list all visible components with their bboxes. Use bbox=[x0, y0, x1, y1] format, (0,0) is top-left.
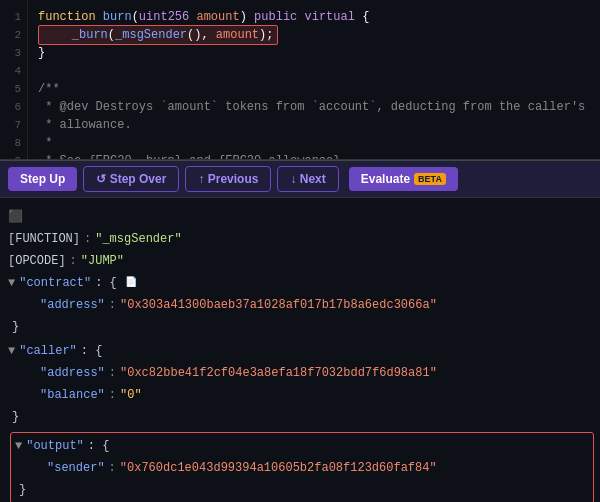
code-content: function burn(uint256 amount) public vir… bbox=[28, 0, 600, 159]
caller-address-key: "address" bbox=[40, 363, 105, 383]
debug-caller-balance: "balance" : "0" bbox=[8, 384, 596, 406]
debug-caller-header: ▼ "caller" : { bbox=[8, 340, 596, 362]
contract-address-key: "address" bbox=[40, 295, 105, 315]
evaluate-label: Evaluate bbox=[361, 172, 410, 186]
debug-contract-header: ▼ "contract" : { 📄 bbox=[8, 272, 596, 294]
debug-caller-address: "address" : "0xc82bbe41f2cf04e3a8efa18f7… bbox=[8, 362, 596, 384]
file-icon: ⬛ bbox=[8, 207, 23, 227]
code-line-6: * @dev Destroys `amount` tokens from `ac… bbox=[38, 98, 590, 116]
opcode-val: "JUMP" bbox=[81, 251, 124, 271]
code-line-4 bbox=[38, 62, 590, 80]
debug-icon-row: ⬛ bbox=[8, 206, 596, 228]
code-line-3: } bbox=[38, 44, 590, 62]
caller-key: "caller" bbox=[19, 341, 77, 361]
code-line-1: function burn(uint256 amount) public vir… bbox=[38, 8, 590, 26]
contract-address-val: "0x303a41300baeb37a1028af017b17b8a6edc30… bbox=[120, 295, 437, 315]
step-up-button[interactable]: Step Up bbox=[8, 167, 77, 191]
debug-contract-address: "address" : "0x303a41300baeb37a1028af017… bbox=[8, 294, 596, 316]
function-key: [FUNCTION] bbox=[8, 229, 80, 249]
debug-caller-close: } bbox=[8, 406, 596, 428]
code-editor: 1 2 3 4 5 6 7 8 9 function burn(uint256 … bbox=[0, 0, 600, 160]
contract-key: "contract" bbox=[19, 273, 91, 293]
code-line-8: * bbox=[38, 134, 590, 152]
output-section: ▼ "output" : { "sender" : "0x760dc1e043d… bbox=[10, 432, 594, 502]
debug-output-close: } bbox=[15, 479, 589, 501]
caller-address-val: "0xc82bbe41f2cf04e3a8efa18f7032bdd7f6d98… bbox=[120, 363, 437, 383]
code-line-7: * allowance. bbox=[38, 116, 590, 134]
code-line-9: * See {ERC20-_burn} and {ERC20-allowance… bbox=[38, 152, 590, 159]
output-sender-key: "sender" bbox=[47, 458, 105, 478]
previous-button[interactable]: ↑ Previous bbox=[185, 166, 271, 192]
debug-panel[interactable]: ⬛ [FUNCTION] : "_msgSender" [OPCODE] : "… bbox=[0, 198, 600, 502]
debug-contract-close: } bbox=[8, 316, 596, 338]
line-numbers: 1 2 3 4 5 6 7 8 9 bbox=[0, 0, 28, 159]
toolbar: Step Up ↺ Step Over ↑ Previous ↓ Next Ev… bbox=[0, 160, 600, 198]
step-over-button[interactable]: ↺ Step Over bbox=[83, 166, 179, 192]
code-line-2: _burn(_msgSender(), amount); bbox=[38, 26, 590, 44]
output-key: "output" bbox=[26, 436, 84, 456]
contract-icon: 📄 bbox=[125, 273, 137, 293]
evaluate-button[interactable]: Evaluate BETA bbox=[349, 167, 458, 191]
output-sender-val: "0x760dc1e043d99394a10605b2fa08f123d60fa… bbox=[120, 458, 437, 478]
caller-balance-key: "balance" bbox=[40, 385, 105, 405]
debug-output-header: ▼ "output" : { bbox=[15, 435, 589, 457]
beta-badge: BETA bbox=[414, 173, 446, 185]
debug-opcode-row: [OPCODE] : "JUMP" bbox=[8, 250, 596, 272]
next-button[interactable]: ↓ Next bbox=[277, 166, 338, 192]
code-line-5: /** bbox=[38, 80, 590, 98]
debug-function-row: [FUNCTION] : "_msgSender" bbox=[8, 228, 596, 250]
opcode-key: [OPCODE] bbox=[8, 251, 66, 271]
debug-output-sender: "sender" : "0x760dc1e043d99394a10605b2fa… bbox=[15, 457, 589, 479]
function-val: "_msgSender" bbox=[95, 229, 181, 249]
caller-balance-val: "0" bbox=[120, 385, 142, 405]
